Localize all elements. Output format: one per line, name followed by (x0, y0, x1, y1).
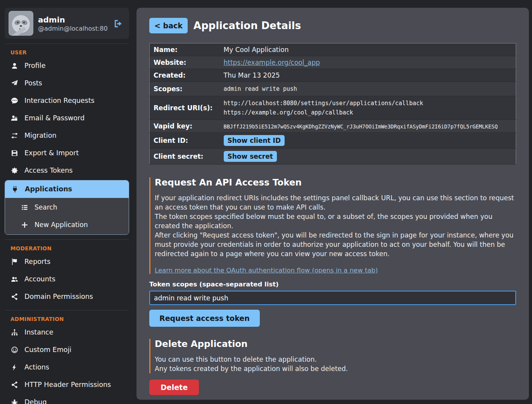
sidebar-subitems: SearchNew Application (5, 198, 129, 234)
back-button[interactable]: < back (149, 18, 188, 33)
sidebar-item-posts[interactable]: Posts (0, 75, 134, 92)
sidebar-group-applications: ApplicationsSearchNew Application (5, 180, 129, 235)
section-label-administration: ADMINISTRATION (10, 316, 134, 322)
share-nodes-icon (10, 293, 19, 300)
sidebar-item-interaction-requests[interactable]: Interaction Requests (0, 92, 134, 109)
page-title: Application Details (193, 20, 301, 31)
table-row: Website:https://example.org/cool_app (150, 56, 516, 69)
arrows-swap-icon (10, 132, 19, 139)
sidebar-item-label: Domain Permissions (24, 292, 93, 302)
user-handle: @admin@localhost:80... (38, 25, 108, 32)
sidebar-item-email-password[interactable]: Email & Password (0, 109, 134, 127)
face-smile-icon (10, 346, 19, 354)
sidebar-item-profile[interactable]: Profile (0, 57, 134, 75)
row-value: https://example.org/cool_app (220, 56, 516, 69)
table-row: Client secret:Show secret (150, 149, 516, 165)
comment-dots-icon (10, 97, 19, 104)
sidebar-item-label: Debug (24, 397, 47, 404)
sidebar-item-access-tokens[interactable]: Access Tokens (0, 162, 134, 179)
application-details-panel: < back Application Details Name:My Cool … (136, 8, 529, 400)
sidebar-item-new-application[interactable]: New Application (5, 216, 129, 234)
avatar (9, 11, 33, 36)
row-label: Redirect URI(s): (150, 96, 220, 120)
sidebar-item-domain-permissions[interactable]: Domain Permissions (0, 288, 134, 305)
oauth-docs-link[interactable]: Learn more about the OAuth authenticatio… (155, 267, 378, 274)
sidebar-divider (5, 310, 129, 310)
sidebar-item-label: Accounts (24, 274, 55, 284)
row-value: BBJffJ219b5iE512m7wQSzv4KgKDhgZZVzNyWC_r… (220, 120, 516, 133)
user-icon (10, 62, 19, 69)
delete-application-text: You can use this button to delete the ap… (155, 355, 516, 364)
sidebar: admin @admin@localhost:80... USERProfile… (0, 0, 134, 404)
sidebar-item-instance[interactable]: Instance (0, 324, 134, 341)
sidebar-item-label: Applications (25, 184, 72, 194)
request-token-paragraph: The token scopes specified below must be… (155, 212, 516, 231)
user-lock-icon (10, 114, 19, 122)
delete-button[interactable]: Delete (149, 380, 199, 395)
mono-value: admin read write push (224, 85, 297, 92)
sidebar-item-label: New Application (35, 220, 88, 230)
user-card: admin @admin@localhost:80... (5, 8, 129, 39)
request-access-token-button[interactable]: Request access token (149, 310, 260, 327)
sidebar-item-label: Profile (24, 61, 45, 71)
table-row: Vapid key:BBJffJ219b5iE512m7wQSzv4KgKDhg… (150, 120, 516, 133)
show-client-id-button[interactable]: Show client ID (224, 135, 285, 146)
sidebar-item-label: Posts (24, 78, 42, 88)
sidebar-item-search[interactable]: Search (5, 199, 129, 216)
sidebar-item-label: Interaction Requests (24, 96, 95, 106)
floppy-disk-icon (10, 149, 19, 157)
text-value: Thu Mar 13 2025 (224, 71, 280, 79)
sidebar-item-actions[interactable]: Actions (0, 359, 134, 376)
delete-application-heading: Delete Application (155, 339, 516, 349)
token-scopes-input[interactable] (149, 291, 516, 305)
mono-value: https://example.org/cool_app/callback (224, 108, 512, 117)
website-link[interactable]: https://example.org/cool_app (224, 59, 320, 66)
sidebar-item-accounts[interactable]: Accounts (0, 270, 134, 288)
text-value: My Cool Application (224, 46, 289, 54)
row-value: http://localhost:8080/settings/user/appl… (220, 96, 516, 120)
table-row: Redirect URI(s):http://localhost:8080/se… (150, 96, 516, 120)
application-details-table: Name:My Cool ApplicationWebsite:https://… (149, 43, 516, 165)
vapid-key-value: BBJffJ219b5iE512m7wQSzv4KgKDhgZZVzNyWC_r… (224, 123, 498, 130)
sidebar-item-label: Search (35, 203, 57, 212)
sidebar-item-label: Export & Import (24, 148, 79, 158)
sidebar-item-label: Reports (24, 257, 50, 267)
bug-icon (10, 399, 19, 404)
mono-value: http://localhost:8080/settings/user/appl… (224, 99, 512, 108)
sidebar-item-debug[interactable]: Debug (0, 394, 134, 404)
table-row: Client ID:Show client ID (150, 133, 516, 149)
delete-application-section: Delete Application You can use this butt… (149, 339, 516, 373)
sidebar-item-label: Migration (24, 131, 57, 140)
show-secret-button[interactable]: Show secret (224, 151, 277, 162)
row-label: Vapid key: (150, 120, 220, 133)
sidebar-item-http-header-permissions[interactable]: HTTP Header Permissions (0, 376, 134, 394)
row-label: Created: (150, 69, 220, 82)
plug-icon (11, 186, 19, 193)
table-row: Created:Thu Mar 13 2025 (150, 69, 516, 82)
row-label: Website: (150, 56, 220, 69)
table-row: Scopes:admin read write push (150, 82, 516, 96)
sidebar-divider (5, 239, 129, 240)
sidebar-item-migration[interactable]: Migration (0, 127, 134, 144)
paper-plane-icon (10, 80, 19, 87)
row-label: Client secret: (150, 149, 220, 165)
sidebar-item-applications[interactable]: Applications (5, 180, 129, 198)
row-value: admin read write push (220, 82, 516, 96)
logout-icon[interactable] (113, 19, 123, 29)
request-token-paragraph: After clicking "Request access token", y… (155, 231, 516, 258)
page-header: < back Application Details (149, 18, 516, 33)
sidebar-item-export-import[interactable]: Export & Import (0, 144, 134, 162)
row-label: Client ID: (150, 133, 220, 149)
username: admin (38, 15, 108, 25)
token-scopes-label: Token scopes (space-separated list) (149, 281, 516, 288)
section-label-user: USER (10, 49, 134, 55)
user-names: admin @admin@localhost:80... (38, 15, 108, 32)
sidebar-item-label: Actions (24, 362, 49, 372)
sidebar-item-reports[interactable]: Reports (0, 253, 134, 270)
table-row: Name:My Cool Application (150, 43, 516, 56)
sidebar-item-label: HTTP Header Permissions (24, 380, 111, 390)
request-token-heading: Request An API Access Token (155, 177, 516, 187)
row-label: Scopes: (150, 82, 220, 96)
sidebar-item-label: Instance (24, 328, 53, 337)
sidebar-item-custom-emoji[interactable]: Custom Emoji (0, 341, 134, 359)
